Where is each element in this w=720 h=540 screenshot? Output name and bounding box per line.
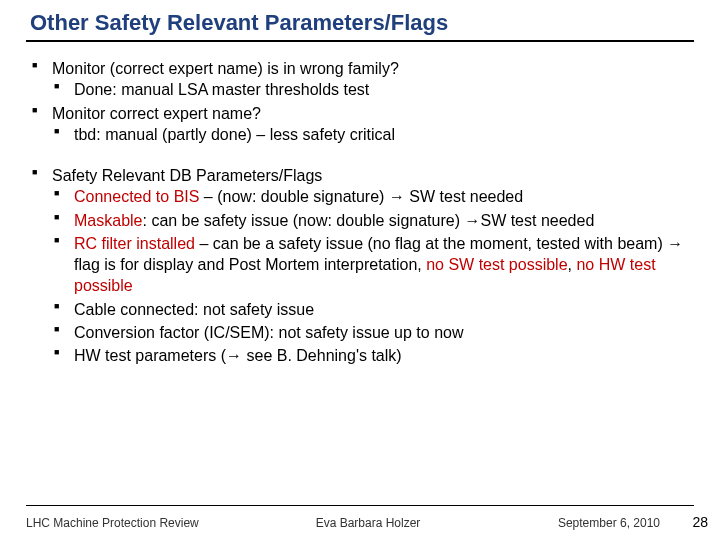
text: Monitor (correct expert name) is in wron…: [52, 60, 399, 77]
bullet-monitor-wrong-family: Monitor (correct expert name) is in wron…: [32, 58, 692, 101]
sub-conversion-factor: Conversion factor (IC/SEM): not safety i…: [52, 322, 692, 343]
arrow-icon: →: [389, 188, 405, 205]
page-number: 28: [692, 514, 708, 530]
red-text: RC filter installed: [74, 235, 195, 252]
text: – can be a safety issue (no flag at the …: [195, 235, 667, 252]
text: Conversion factor (IC/SEM): not safety i…: [74, 324, 464, 341]
arrow-icon: →: [226, 347, 242, 364]
bullet-monitor-expert-name: Monitor correct expert name? tbd: manual…: [32, 103, 692, 146]
text: see B. Dehning's talk): [242, 347, 402, 364]
block-2: Safety Relevant DB Parameters/Flags Conn…: [32, 165, 692, 366]
block-1: Monitor (correct expert name) is in wron…: [32, 58, 692, 145]
arrow-icon: →: [464, 212, 480, 229]
text: SW test needed: [405, 188, 523, 205]
footer: LHC Machine Protection Review Eva Barbar…: [26, 512, 710, 530]
sub-rc-filter: RC filter installed – can be a safety is…: [52, 233, 692, 297]
bullet-db-params: Safety Relevant DB Parameters/Flags Conn…: [32, 165, 692, 366]
sub-tbd-manual: tbd: manual (partly done) – less safety …: [52, 124, 692, 145]
arrow-icon: →: [667, 235, 683, 252]
red-text: no SW test possible: [426, 256, 567, 273]
sub-done-lsa: Done: manual LSA master thresholds test: [52, 79, 692, 100]
sub-hw-test-params: HW test parameters (→ see B. Dehning's t…: [52, 345, 692, 366]
sub-connected-to-bis: Connected to BIS – (now: double signatur…: [52, 186, 692, 207]
red-text: Maskable: [74, 212, 142, 229]
sub-cable-connected: Cable connected: not safety issue: [52, 299, 692, 320]
footer-right: September 6, 2010: [558, 516, 660, 530]
red-text: Connected to BIS: [74, 188, 199, 205]
spacer: [32, 147, 692, 165]
text: Done: manual LSA master thresholds test: [74, 81, 369, 98]
text: flag is for display and Post Mortem inte…: [74, 256, 426, 273]
text: Monitor correct expert name?: [52, 105, 261, 122]
text: SW test needed: [480, 212, 594, 229]
text: – (now: double signature): [199, 188, 388, 205]
text: HW test parameters (: [74, 347, 226, 364]
title-rule: [26, 40, 694, 42]
text: Cable connected: not safety issue: [74, 301, 314, 318]
footer-rule: [26, 505, 694, 506]
text: Safety Relevant DB Parameters/Flags: [52, 167, 322, 184]
slide-title: Other Safety Relevant Parameters/Flags: [30, 10, 448, 36]
text: tbd: manual (partly done) – less safety …: [74, 126, 395, 143]
sub-maskable: Maskable: can be safety issue (now: doub…: [52, 210, 692, 231]
text: : can be safety issue (now: double signa…: [142, 212, 464, 229]
slide: Other Safety Relevant Parameters/Flags M…: [0, 0, 720, 540]
slide-body: Monitor (correct expert name) is in wron…: [32, 58, 692, 368]
